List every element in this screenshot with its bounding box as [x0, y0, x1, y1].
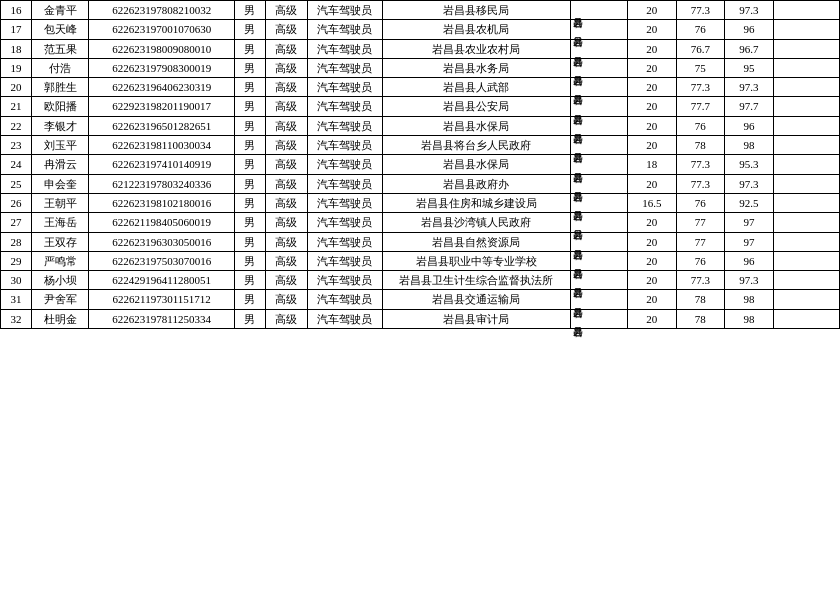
cell-gender: 男 — [235, 155, 266, 174]
cell-id: 622623196501282651 — [89, 116, 235, 135]
data-table: 16金青平622623197808210032男高级汽车驾驶员岩昌县移民局岩昌县… — [0, 0, 840, 329]
cell-score1: 18 — [627, 155, 676, 174]
cell-level: 高级 — [265, 193, 307, 212]
cell-gender: 男 — [235, 1, 266, 20]
cell-score1: 20 — [627, 290, 676, 309]
cell-score1: 20 — [627, 232, 676, 251]
cell-score3: 97 — [725, 213, 774, 232]
cell-name: 范五果 — [31, 39, 88, 58]
cell-score2: 78 — [676, 136, 725, 155]
cell-level: 高级 — [265, 136, 307, 155]
cell-type: 汽车驾驶员 — [307, 155, 382, 174]
cell-cert: 岩昌县 — [570, 271, 627, 290]
cell-score3: 96 — [725, 251, 774, 270]
cell-score2: 78 — [676, 309, 725, 328]
cell-type: 汽车驾驶员 — [307, 39, 382, 58]
cell-no: 25 — [1, 174, 32, 193]
cell-type: 汽车驾驶员 — [307, 58, 382, 77]
cell-type: 汽车驾驶员 — [307, 136, 382, 155]
table-row: 32杜明金622623197811250334男高级汽车驾驶员岩昌县审计局岩昌县… — [1, 309, 840, 328]
cell-id: 622623196406230319 — [89, 78, 235, 97]
cell-unit: 岩昌县住房和城乡建设局 — [382, 193, 570, 212]
cell-gender: 男 — [235, 193, 266, 212]
cell-unit: 岩昌县职业中等专业学校 — [382, 251, 570, 270]
cell-name: 金青平 — [31, 1, 88, 20]
cell-unit: 岩昌县沙湾镇人民政府 — [382, 213, 570, 232]
cell-remark — [773, 213, 839, 232]
cell-id: 622623197808210032 — [89, 1, 235, 20]
table-row: 26王朝平622623198102180016男高级汽车驾驶员岩昌县住房和城乡建… — [1, 193, 840, 212]
cell-id: 622623196303050016 — [89, 232, 235, 251]
cell-unit: 岩昌县政府办 — [382, 174, 570, 193]
cell-score3: 96 — [725, 20, 774, 39]
cell-name: 冉滑云 — [31, 155, 88, 174]
cell-unit: 岩昌县审计局 — [382, 309, 570, 328]
cell-score3: 98 — [725, 309, 774, 328]
cell-unit: 岩昌县农业农村局 — [382, 39, 570, 58]
cell-unit: 岩昌县将台乡人民政府 — [382, 136, 570, 155]
cell-no: 28 — [1, 232, 32, 251]
cell-cert: 岩昌县 — [570, 58, 627, 77]
cell-remark — [773, 1, 839, 20]
main-table-container: 16金青平622623197808210032男高级汽车驾驶员岩昌县移民局岩昌县… — [0, 0, 840, 597]
cell-cert: 岩昌县 — [570, 39, 627, 58]
cell-remark — [773, 39, 839, 58]
cell-type: 汽车驾驶员 — [307, 193, 382, 212]
cell-unit: 岩昌县农机局 — [382, 20, 570, 39]
cell-score2: 75 — [676, 58, 725, 77]
cell-remark — [773, 309, 839, 328]
cell-name: 郭胜生 — [31, 78, 88, 97]
cell-unit: 岩昌县人武部 — [382, 78, 570, 97]
cell-score1: 20 — [627, 271, 676, 290]
cell-score1: 20 — [627, 1, 676, 20]
table-row: 22李银才622623196501282651男高级汽车驾驶员岩昌县水保局岩昌县… — [1, 116, 840, 135]
cell-score3: 97.3 — [725, 271, 774, 290]
cell-id: 622623197908300019 — [89, 58, 235, 77]
cell-level: 高级 — [265, 78, 307, 97]
cell-no: 26 — [1, 193, 32, 212]
cell-score3: 92.5 — [725, 193, 774, 212]
cell-score1: 20 — [627, 97, 676, 116]
cell-name: 王朝平 — [31, 193, 88, 212]
table-row: 29严鸣常622623197503070016男高级汽车驾驶员岩昌县职业中等专业… — [1, 251, 840, 270]
cell-score3: 95.3 — [725, 155, 774, 174]
cell-no: 29 — [1, 251, 32, 270]
table-row: 25申会奎621223197803240336男高级汽车驾驶员岩昌县政府办岩昌县… — [1, 174, 840, 193]
cell-id: 622923198201190017 — [89, 97, 235, 116]
cell-id: 622623198009080010 — [89, 39, 235, 58]
cell-score1: 16.5 — [627, 193, 676, 212]
cell-level: 高级 — [265, 271, 307, 290]
cell-score1: 20 — [627, 78, 676, 97]
cell-score1: 20 — [627, 20, 676, 39]
cell-level: 高级 — [265, 20, 307, 39]
cell-id: 622623198102180016 — [89, 193, 235, 212]
cell-cert: 岩昌县 — [570, 232, 627, 251]
cell-no: 30 — [1, 271, 32, 290]
cell-id: 621223197803240336 — [89, 174, 235, 193]
cell-score2: 76 — [676, 116, 725, 135]
table-row: 24冉滑云622623197410140919男高级汽车驾驶员岩昌县水保局岩昌县… — [1, 155, 840, 174]
cell-remark — [773, 136, 839, 155]
cell-no: 23 — [1, 136, 32, 155]
cell-level: 高级 — [265, 39, 307, 58]
cell-no: 32 — [1, 309, 32, 328]
cell-unit: 岩昌县水务局 — [382, 58, 570, 77]
cell-score3: 96 — [725, 116, 774, 135]
cell-score2: 77.3 — [676, 155, 725, 174]
cell-cert: 岩昌县 — [570, 290, 627, 309]
cell-unit: 岩昌县自然资源局 — [382, 232, 570, 251]
cell-no: 16 — [1, 1, 32, 20]
cell-gender: 男 — [235, 251, 266, 270]
cell-level: 高级 — [265, 174, 307, 193]
cell-score2: 77 — [676, 213, 725, 232]
cell-score2: 77 — [676, 232, 725, 251]
cell-score3: 97.7 — [725, 97, 774, 116]
cell-cert: 岩昌县 — [570, 193, 627, 212]
cell-id: 622621197301151712 — [89, 290, 235, 309]
cell-level: 高级 — [265, 1, 307, 20]
cell-id: 622429196411280051 — [89, 271, 235, 290]
cell-type: 汽车驾驶员 — [307, 78, 382, 97]
table-row: 16金青平622623197808210032男高级汽车驾驶员岩昌县移民局岩昌县… — [1, 1, 840, 20]
cell-unit: 岩昌县水保局 — [382, 155, 570, 174]
cell-no: 27 — [1, 213, 32, 232]
